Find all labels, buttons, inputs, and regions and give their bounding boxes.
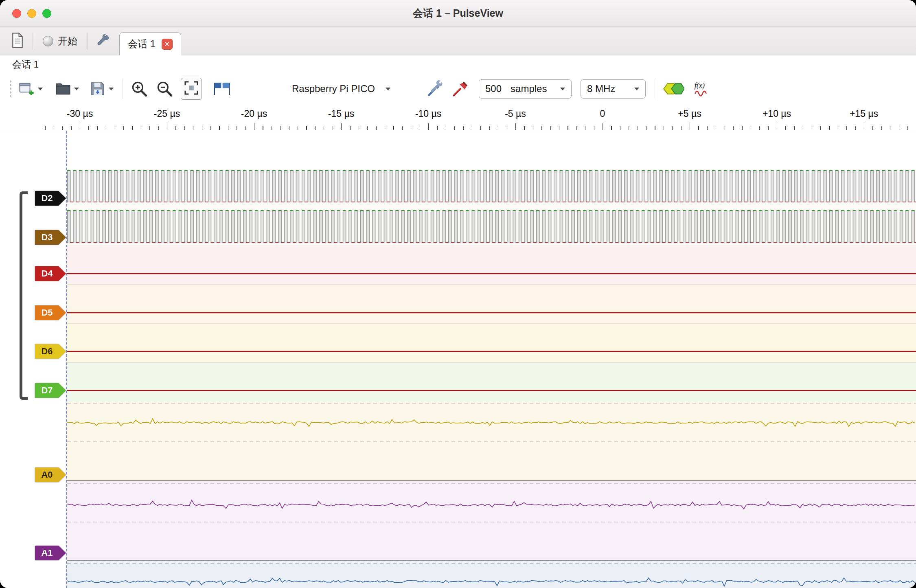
session-title-row: 会话 1 xyxy=(0,55,916,73)
dropdown-caret-icon xyxy=(560,88,565,90)
ruler-tick xyxy=(306,126,307,130)
ruler-label: +5 µs xyxy=(678,108,701,119)
ruler-tick xyxy=(864,123,864,130)
zoom-out-button[interactable] xyxy=(154,78,175,99)
sample-rate-value: 8 MHz xyxy=(587,83,615,94)
ruler-tick xyxy=(603,123,603,130)
ruler-tick xyxy=(237,126,237,130)
ruler-tick xyxy=(629,126,629,130)
ruler-tick xyxy=(480,126,481,130)
ruler-tick xyxy=(411,126,411,130)
new-session-icon xyxy=(19,81,35,97)
ruler-tick xyxy=(359,126,359,130)
run-state-icon xyxy=(43,36,53,46)
ruler-tick xyxy=(881,126,882,130)
ruler-label: -5 µs xyxy=(505,108,526,119)
channel-tag-D5[interactable]: D5 xyxy=(35,305,66,320)
settings-button[interactable] xyxy=(93,32,113,50)
zoom-in-icon xyxy=(130,80,148,98)
ruler-tick xyxy=(298,126,298,130)
channel-tag-A0[interactable]: A0 xyxy=(35,467,66,482)
ruler-tick xyxy=(71,126,72,130)
ruler-label: -25 µs xyxy=(154,108,180,119)
sample-count-value: 500 xyxy=(485,83,502,94)
ruler-tick xyxy=(175,126,176,130)
session-file-button[interactable] xyxy=(8,31,27,50)
channel-tag-D3[interactable]: D3 xyxy=(35,230,66,245)
zoom-edges-button[interactable] xyxy=(208,79,235,99)
ruler-tick xyxy=(454,126,455,130)
ruler-tick xyxy=(698,126,699,130)
channel-tag-label: D7 xyxy=(35,383,66,398)
svg-text:f(x): f(x) xyxy=(695,81,705,90)
tab-close-button[interactable]: ✕ xyxy=(162,39,173,50)
ruler-tick xyxy=(611,126,611,130)
ruler-tick xyxy=(681,126,682,130)
time-ruler[interactable]: -30 µs-25 µs-20 µs-15 µs-10 µs-5 µs0+5 µ… xyxy=(0,104,916,131)
add-decoder-button[interactable] xyxy=(661,80,686,98)
save-button[interactable] xyxy=(88,79,115,99)
channel-tag-D6[interactable]: D6 xyxy=(35,344,66,359)
trace-view[interactable]: D2D3D4D5D6D7A0A1 xyxy=(0,131,916,588)
ruler-tick xyxy=(751,126,751,130)
window-title: 会话 1 – PulseView xyxy=(0,0,916,26)
ruler-tick xyxy=(576,126,577,130)
sample-count-select[interactable]: 500 samples xyxy=(479,79,572,99)
ruler-tick xyxy=(725,126,725,130)
ruler-tick xyxy=(324,126,324,130)
dropdown-caret-icon xyxy=(74,88,79,90)
close-button[interactable] xyxy=(12,9,21,18)
ruler-tick xyxy=(664,126,664,130)
channels-probe-button[interactable] xyxy=(450,79,471,99)
separator xyxy=(87,33,88,50)
ruler-tick xyxy=(141,126,141,130)
add-math-signal-button[interactable]: f(x) xyxy=(691,79,713,99)
ruler-tick xyxy=(350,126,350,130)
ruler-tick xyxy=(524,126,524,130)
channel-tag-label: A0 xyxy=(35,467,66,482)
ruler-tick xyxy=(106,126,106,130)
ruler-tick xyxy=(794,126,795,130)
zoom-fit-button[interactable] xyxy=(181,78,202,100)
channel-tag-D2[interactable]: D2 xyxy=(35,191,66,206)
ruler-label: -20 µs xyxy=(241,108,267,119)
channel-tag-A1[interactable]: A1 xyxy=(35,546,66,560)
device-select-value: Raspberry Pi PICO xyxy=(292,83,375,94)
new-session-button[interactable] xyxy=(17,79,44,99)
zoom-in-button[interactable] xyxy=(129,78,150,99)
tab-session-1[interactable]: 会话 1 ✕ xyxy=(119,32,181,55)
ruler-label: -30 µs xyxy=(67,108,93,119)
ruler-tick xyxy=(54,126,54,130)
tab-session-1-label: 会话 1 xyxy=(128,37,156,50)
trigger-marker[interactable] xyxy=(66,131,67,588)
channel-tag-D4[interactable]: D4 xyxy=(35,266,66,281)
minimize-button[interactable] xyxy=(27,9,36,18)
open-button[interactable] xyxy=(53,79,81,99)
ruler-tick xyxy=(228,126,228,130)
zoom-edges-icon xyxy=(210,81,234,97)
waveform-canvas[interactable] xyxy=(0,131,916,588)
channel-tag-label: D4 xyxy=(35,266,66,281)
ruler-tick xyxy=(890,126,890,130)
device-select[interactable]: Raspberry Pi PICO xyxy=(264,83,419,94)
configure-device-button[interactable] xyxy=(425,78,446,99)
ruler-tick xyxy=(245,126,246,130)
ruler-label: +15 µs xyxy=(850,108,878,119)
wrench-icon xyxy=(96,33,110,49)
traffic-lights xyxy=(12,9,51,18)
zoom-fit-icon xyxy=(183,90,199,97)
ruler-tick xyxy=(855,126,856,130)
ruler-tick xyxy=(132,126,132,130)
ruler-tick xyxy=(759,126,760,130)
ruler-tick xyxy=(193,126,193,130)
dropdown-caret-icon xyxy=(38,88,43,90)
fullscreen-button[interactable] xyxy=(42,9,51,18)
trace-group-handle[interactable] xyxy=(20,191,28,400)
toolbar-drag-handle[interactable] xyxy=(9,79,12,98)
channel-tag-label: D2 xyxy=(35,191,66,206)
run-button[interactable]: 开始 xyxy=(39,34,81,48)
sample-rate-select[interactable]: 8 MHz xyxy=(581,79,646,99)
ruler-tick xyxy=(541,126,542,130)
channel-tag-D7[interactable]: D7 xyxy=(35,383,66,398)
ruler-tick xyxy=(202,126,202,130)
